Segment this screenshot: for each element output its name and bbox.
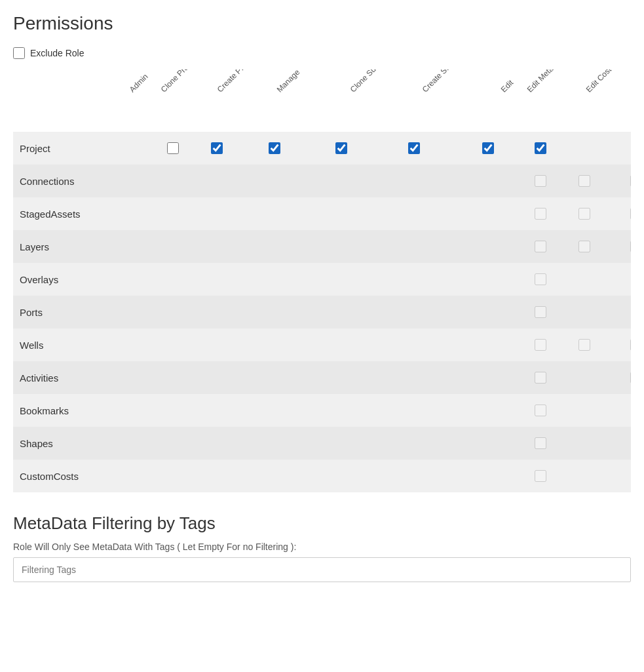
cell-project-clone_project [189, 132, 245, 165]
cell-activities-clone_sub_project [378, 361, 451, 394]
checkbox-project-edit[interactable] [535, 142, 546, 154]
cell-bookmarks-admin [157, 394, 189, 427]
cell-layers-create_sub_project [450, 230, 525, 263]
checkbox-activities-edit_costs[interactable] [630, 372, 631, 384]
exclude-role-label[interactable]: Exclude Role [30, 48, 85, 58]
cell-shapes-edit [526, 427, 555, 460]
checkbox-activities-edit[interactable] [535, 372, 546, 384]
table-row: Shapes [13, 427, 631, 460]
checkbox-bookmarks-edit[interactable] [535, 405, 546, 416]
cell-connections-edit [526, 165, 555, 197]
cell-ports-clone_sub_project [378, 296, 451, 328]
cell-ports-clone_project [189, 296, 245, 328]
cell-wells-create_project [245, 328, 305, 361]
checkbox-stagedassets-edit_metadata[interactable] [578, 208, 590, 220]
table-row: Wells [13, 328, 631, 361]
cell-shapes-create_project [245, 427, 305, 460]
cell-wells-edit_metadata [555, 328, 614, 361]
checkbox-project-manage_view_link[interactable] [335, 142, 347, 154]
cell-stagedassets-clone_project [189, 197, 245, 230]
checkbox-customcosts-edit[interactable] [535, 470, 546, 482]
checkbox-connections-edit_metadata[interactable] [578, 175, 590, 187]
row-label-stagedassets: StagedAssets [13, 197, 157, 230]
cell-overlays-edit_metadata [555, 263, 614, 296]
row-label-activities: Activities [13, 361, 157, 394]
cell-customcosts-clone_sub_project [378, 460, 451, 492]
cell-bookmarks-edit_metadata [555, 394, 614, 427]
checkbox-connections-edit[interactable] [535, 175, 546, 187]
checkbox-project-admin[interactable] [167, 142, 179, 154]
checkbox-layers-edit[interactable] [535, 241, 546, 252]
cell-connections-manage_view_link [305, 165, 378, 197]
cell-connections-edit_costs [614, 165, 631, 197]
table-row: Connections [13, 165, 631, 197]
checkbox-connections-edit_costs[interactable] [630, 175, 631, 187]
row-label-bookmarks: Bookmarks [13, 394, 157, 427]
row-label-ports: Ports [13, 296, 157, 328]
cell-wells-clone_sub_project [378, 328, 451, 361]
cell-activities-clone_project [189, 361, 245, 394]
checkbox-project-clone_project[interactable] [211, 142, 223, 154]
cell-stagedassets-edit_metadata [555, 197, 614, 230]
cell-stagedassets-create_project [245, 197, 305, 230]
checkbox-wells-edit[interactable] [535, 339, 546, 351]
cell-activities-create_sub_project [450, 361, 525, 394]
cell-overlays-create_project [245, 263, 305, 296]
checkbox-overlays-edit[interactable] [535, 273, 546, 285]
cell-bookmarks-clone_sub_project [378, 394, 451, 427]
checkbox-wells-edit_metadata[interactable] [578, 339, 590, 351]
exclude-role-row: Exclude Role [13, 47, 631, 59]
checkbox-wells-edit_costs[interactable] [630, 339, 631, 351]
cell-layers-edit_costs [614, 230, 631, 263]
checkbox-ports-edit[interactable] [535, 306, 546, 318]
cell-connections-clone_sub_project [378, 165, 451, 197]
table-row: Ports [13, 296, 631, 328]
cell-overlays-admin [157, 263, 189, 296]
cell-project-create_project [245, 132, 305, 165]
exclude-role-checkbox[interactable] [13, 47, 25, 59]
cell-wells-admin [157, 328, 189, 361]
row-label-layers: Layers [13, 230, 157, 263]
table-row: Layers [13, 230, 631, 263]
cell-wells-edit [526, 328, 555, 361]
cell-shapes-create_sub_project [450, 427, 525, 460]
table-row: Overlays [13, 263, 631, 296]
checkbox-stagedassets-edit_costs[interactable] [630, 208, 631, 220]
cell-customcosts-create_project [245, 460, 305, 492]
checkbox-shapes-edit[interactable] [535, 437, 546, 449]
cell-ports-edit [526, 296, 555, 328]
metadata-title: MetaData Filtering by Tags [13, 513, 631, 534]
cell-overlays-clone_sub_project [378, 263, 451, 296]
cell-project-edit_costs [614, 132, 631, 165]
row-label-customcosts: CustomCosts [13, 460, 157, 492]
cell-shapes-clone_project [189, 427, 245, 460]
checkbox-layers-edit_costs[interactable] [630, 241, 631, 252]
cell-stagedassets-admin [157, 197, 189, 230]
cell-project-edit_metadata [555, 132, 614, 165]
permissions-table-wrapper: AdminClone ProjectCreate ProjectManage V… [13, 69, 631, 492]
filtering-tags-input[interactable] [13, 557, 631, 582]
permissions-table: AdminClone ProjectCreate ProjectManage V… [13, 69, 631, 492]
cell-stagedassets-clone_sub_project [378, 197, 451, 230]
col-header-edit_costs: Edit Costs [614, 69, 631, 132]
cell-stagedassets-manage_view_link [305, 197, 378, 230]
checkbox-project-clone_sub_project[interactable] [408, 142, 420, 154]
cell-connections-admin [157, 165, 189, 197]
table-row: Project [13, 132, 631, 165]
checkbox-stagedassets-edit[interactable] [535, 208, 546, 220]
cell-customcosts-edit [526, 460, 555, 492]
checkbox-layers-edit_metadata[interactable] [578, 241, 590, 252]
cell-wells-create_sub_project [450, 328, 525, 361]
header-row: AdminClone ProjectCreate ProjectManage V… [13, 69, 631, 132]
cell-layers-clone_sub_project [378, 230, 451, 263]
cell-ports-create_sub_project [450, 296, 525, 328]
cell-project-create_sub_project [450, 132, 525, 165]
cell-customcosts-admin [157, 460, 189, 492]
table-row: CustomCosts [13, 460, 631, 492]
cell-stagedassets-edit [526, 197, 555, 230]
cell-activities-edit_costs [614, 361, 631, 394]
cell-connections-edit_metadata [555, 165, 614, 197]
cell-wells-clone_project [189, 328, 245, 361]
checkbox-project-create_project[interactable] [269, 142, 280, 154]
checkbox-project-create_sub_project[interactable] [482, 142, 494, 154]
